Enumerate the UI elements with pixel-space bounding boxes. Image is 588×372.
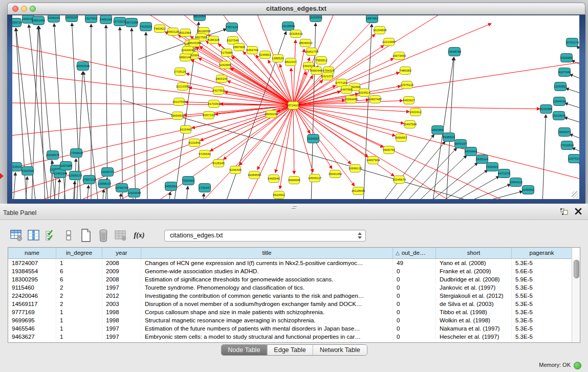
column-header-year[interactable]: year xyxy=(102,248,141,258)
window-titlebar[interactable]: citations_edges.txt xyxy=(7,3,585,15)
table-cell: 0 xyxy=(393,308,436,316)
svg-text:6794028: 6794028 xyxy=(322,69,335,72)
float-panel-button[interactable] xyxy=(560,208,569,215)
svg-text:14957964: 14957964 xyxy=(366,159,380,162)
scrollbar-thumb[interactable] xyxy=(574,260,579,278)
svg-text:2935114: 2935114 xyxy=(476,158,489,161)
svg-text:7632621: 7632621 xyxy=(486,165,498,168)
table-row[interactable]: 1938455462009Genome-wide association stu… xyxy=(8,267,572,275)
delete-table-button[interactable] xyxy=(114,228,127,243)
table-cell: 2003 xyxy=(102,300,141,308)
svg-text:8813054: 8813054 xyxy=(193,15,206,18)
table-row[interactable]: 946554611997Estimation of the future num… xyxy=(8,324,572,333)
svg-text:9777169: 9777169 xyxy=(335,81,347,84)
function-builder-button[interactable]: f(x) xyxy=(132,228,147,243)
svg-text:9146821: 9146821 xyxy=(259,53,271,56)
column-header-title[interactable]: title xyxy=(141,248,393,258)
table-mode-button[interactable] xyxy=(10,228,23,243)
resize-grip-icon[interactable] xyxy=(572,191,578,198)
table-cell: 1 xyxy=(56,259,102,267)
table-row[interactable]: 977716911998Corpus callosum shape and si… xyxy=(8,308,572,316)
svg-text:9115460: 9115460 xyxy=(180,128,192,131)
svg-text:3097588: 3097588 xyxy=(60,164,72,167)
network-canvas[interactable]: 2405572426051902089140693350411065528715… xyxy=(12,15,579,199)
table-row[interactable]: 1830029562008Estimation of significance … xyxy=(8,275,572,283)
sort-ascending-icon: △ xyxy=(396,250,400,256)
svg-text:10958107: 10958107 xyxy=(98,182,112,185)
table-cell: 9465546 xyxy=(8,324,56,333)
table-row[interactable]: 946362711997Embryonic stem cells: a mode… xyxy=(8,333,572,341)
table-cell: 1997 xyxy=(102,283,141,292)
svg-text:1588520: 1588520 xyxy=(272,57,284,60)
svg-text:1527602: 1527602 xyxy=(85,17,97,20)
column-header-short[interactable]: short xyxy=(436,248,512,258)
table-cell: 1 xyxy=(56,333,102,341)
column-header-out_de[interactable]: △out_de… xyxy=(393,248,436,258)
tab-edge-table[interactable]: Edge Table xyxy=(267,345,312,355)
table-cell: de Silva et al. (2003) xyxy=(436,300,512,308)
svg-text:17957223: 17957223 xyxy=(82,178,96,181)
tab-network-table[interactable]: Network Table xyxy=(313,345,367,355)
create-column-button[interactable] xyxy=(79,228,93,243)
citation-graph[interactable]: 2405572426051902089140693350411065528715… xyxy=(12,15,579,199)
column-header-pagerank[interactable]: pagerank xyxy=(512,248,572,258)
svg-text:12975115: 12975115 xyxy=(400,83,414,86)
svg-text:7615526: 7615526 xyxy=(140,25,152,28)
svg-text:9905759: 9905759 xyxy=(383,148,395,151)
svg-text:8990448: 8990448 xyxy=(310,69,322,72)
table-scrollbar[interactable] xyxy=(572,258,580,342)
table-type-tabs: Node TableEdge TableNetwork Table xyxy=(221,344,367,356)
table-row[interactable]: 1456911722003Disruption of a novel membe… xyxy=(8,300,572,308)
svg-text:10996133: 10996133 xyxy=(349,167,362,170)
svg-text:18640910: 18640910 xyxy=(299,41,313,45)
table-cell: Jankovic et al. (1997) xyxy=(436,283,512,292)
svg-text:6879197: 6879197 xyxy=(454,142,467,145)
table-cell: Embryonic stem cells: a model to study s… xyxy=(141,333,393,341)
svg-text:12213987: 12213987 xyxy=(382,40,396,43)
svg-text:16543382: 16543382 xyxy=(188,41,202,45)
show-columns-button[interactable] xyxy=(27,228,40,243)
column-header-name[interactable]: name xyxy=(8,248,56,258)
table-cell: 18300295 xyxy=(8,275,56,283)
svg-text:18724007: 18724007 xyxy=(287,104,300,107)
table-row[interactable]: 911546021997Tourette syndrome. Phenomeno… xyxy=(8,283,572,292)
row-options-button[interactable] xyxy=(62,228,75,243)
table-cell: Corpus callosum shape and size in male p… xyxy=(141,308,393,316)
svg-text:1840954: 1840954 xyxy=(431,128,444,132)
node-table: namein_degreeyeartitle△out_de…shortpager… xyxy=(8,247,580,343)
table-cell: 5.3E-5 xyxy=(512,316,572,324)
panel-drag-handle[interactable] xyxy=(291,205,297,208)
table-row[interactable]: 969969511998Structural magnetic resonanc… xyxy=(8,316,572,324)
table-cell: 2 xyxy=(56,300,102,308)
svg-text:8327546: 8327546 xyxy=(227,39,239,42)
delete-rows-button[interactable] xyxy=(97,228,110,243)
table-cell: 1998 xyxy=(102,316,141,324)
table-row[interactable]: 1872400712008Changes of HCN gene express… xyxy=(8,259,572,267)
table-cell: 1997 xyxy=(102,333,141,341)
svg-text:16648784: 16648784 xyxy=(448,50,462,53)
table-cell: Nakamura et al. (1997) xyxy=(436,324,512,333)
svg-text:9725544: 9725544 xyxy=(199,152,211,156)
tab-node-table[interactable]: Node Table xyxy=(221,345,267,355)
table-select-dropdown[interactable]: citations_edges.txt xyxy=(164,230,366,242)
table-cell: 0 xyxy=(393,333,436,341)
panel-title: Table Panel xyxy=(3,209,36,216)
table-cell: 1 xyxy=(56,308,102,316)
select-all-button[interactable] xyxy=(45,228,58,243)
svg-text:24055724: 24055724 xyxy=(12,21,23,24)
table-cell: Tourette syndrome. Phenomenology and cla… xyxy=(141,283,393,292)
new-document-icon xyxy=(80,229,92,242)
table-cell: Investigating the contribution of common… xyxy=(141,292,393,300)
svg-text:2867608: 2867608 xyxy=(233,46,245,49)
table-cell: 5.3E-5 xyxy=(512,333,572,341)
memory-indicator[interactable] xyxy=(574,362,581,369)
close-panel-button[interactable] xyxy=(575,208,582,215)
svg-text:1534567: 1534567 xyxy=(307,137,319,140)
network-window[interactable]: citations_edges.txt 24055724260519020891… xyxy=(7,3,585,204)
svg-text:2803144: 2803144 xyxy=(215,77,228,80)
svg-text:7963822: 7963822 xyxy=(154,27,166,30)
column-header-in_degree[interactable]: in_degree xyxy=(56,248,102,258)
svg-text:9329966: 9329966 xyxy=(560,56,573,59)
table-row[interactable]: 2242004622012Investigating the contribut… xyxy=(8,292,572,300)
table-cell: 9463627 xyxy=(8,333,56,341)
